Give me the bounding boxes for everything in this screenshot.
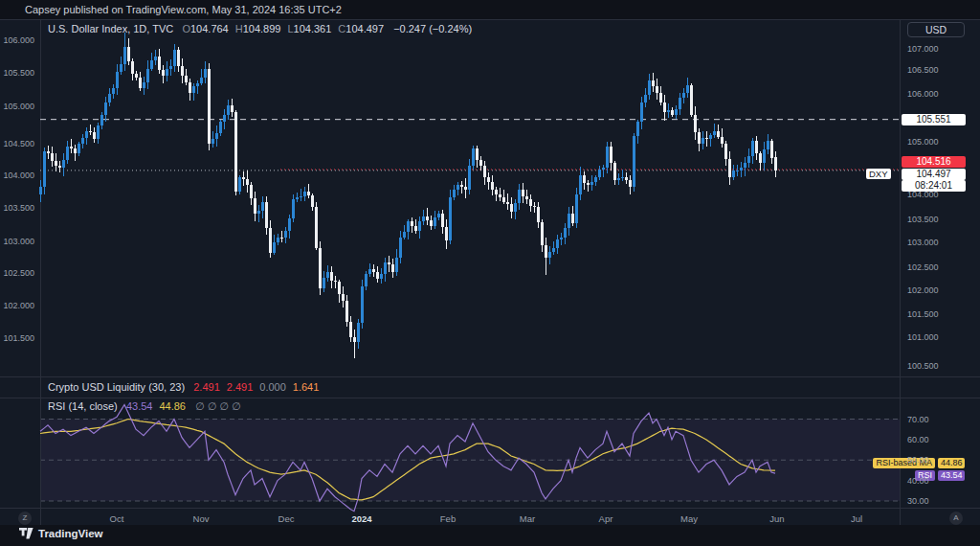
rsi-empty-inputs: ∅ ∅ ∅ ∅ xyxy=(195,400,241,412)
autoscale-button[interactable]: A xyxy=(949,512,963,525)
time-axis-label: Jun xyxy=(769,513,784,524)
rsi-axis-tick: 40.00 xyxy=(907,476,929,486)
rsi-legend: RSI (14, close) 43.5444.86 ∅ ∅ ∅ ∅ xyxy=(48,400,241,413)
right-axis-tick: 105.000 xyxy=(907,137,939,147)
right-axis-tick: 106.000 xyxy=(907,89,939,99)
right-axis-tick: 104.000 xyxy=(907,190,939,199)
rsi-legend-value: 44.86 xyxy=(159,400,186,412)
left-axis-tick: 101.500 xyxy=(0,333,34,343)
time-axis-label: Oct xyxy=(110,513,124,524)
right-axis-tick: 102.000 xyxy=(907,285,939,295)
ohlc-item: C104.497 xyxy=(338,23,384,34)
currency-toggle-button[interactable]: USD xyxy=(907,22,965,37)
left-axis-tick: 105.000 xyxy=(0,102,34,111)
right-axis-tick: 101.500 xyxy=(907,309,939,319)
rsi-axis-tick: 60.00 xyxy=(907,435,929,444)
dashed-level-price-label: 105.551 xyxy=(902,114,966,125)
right-axis-tick: 103.500 xyxy=(907,215,939,224)
symbol-price-tag: DXY xyxy=(866,169,891,179)
chart-canvas[interactable] xyxy=(0,0,980,546)
tradingview-published-chart: Capsey published on TradingView.com, May… xyxy=(0,0,980,546)
liquidity-values: 2.4912.4910.0001.641 xyxy=(193,381,325,393)
time-axis-label: Jul xyxy=(851,513,862,524)
rsi-title: RSI (14, close) xyxy=(48,400,118,412)
liquidity-value: 0.000 xyxy=(259,381,286,393)
liquidity-value: 2.491 xyxy=(227,381,254,393)
liquidity-legend: Crypto USD Liquidity (30, 23) 2.4912.491… xyxy=(48,381,325,393)
left-axis-tick: 105.500 xyxy=(0,68,34,78)
left-axis-tick: 103.000 xyxy=(0,237,34,246)
rsi-series-value-tag: 44.86 xyxy=(938,458,965,468)
left-axis-tick: 104.500 xyxy=(0,139,34,148)
liquidity-value: 1.641 xyxy=(293,381,320,393)
left-axis-tick: 102.500 xyxy=(0,268,34,278)
tradingview-logo-link[interactable]: TradingView xyxy=(19,528,103,539)
right-axis-tick: 102.500 xyxy=(907,262,939,272)
rsi-series-value-tag: 43.54 xyxy=(938,470,965,481)
time-axis-label: May xyxy=(680,513,698,524)
right-axis-tick: 101.000 xyxy=(907,332,939,342)
tradingview-wordmark: TradingView xyxy=(38,528,103,539)
left-axis-tick: 106.000 xyxy=(0,35,34,45)
left-axis-tick: 103.500 xyxy=(0,203,34,213)
rsi-legend-value: 43.54 xyxy=(126,400,153,412)
right-axis-tick: 106.500 xyxy=(907,65,939,75)
time-axis-label: Mar xyxy=(520,513,535,524)
rsi-axis-tick: 30.00 xyxy=(907,496,929,506)
change-value: −0.247 (−0.24%) xyxy=(393,23,472,34)
symbol-title: U.S. Dollar Index, 1D, TVC xyxy=(48,23,173,34)
ohlc-values: O104.764H104.899L104.361C104.497 xyxy=(182,23,390,34)
timezone-button[interactable]: Z xyxy=(18,512,32,525)
right-axis-tick: 107.000 xyxy=(907,44,939,54)
footer-strip xyxy=(0,525,980,546)
time-axis-label: Apr xyxy=(599,513,613,524)
rsi-axis-tick: 50.00 xyxy=(907,455,929,465)
ohlc-item: H104.899 xyxy=(235,23,281,34)
time-axis-label: 2024 xyxy=(351,513,371,524)
right-axis-tick: 100.500 xyxy=(907,361,939,371)
right-axis-tick: 103.000 xyxy=(907,238,939,247)
tradingview-logo-icon xyxy=(19,528,33,539)
left-axis-tick: 104.000 xyxy=(0,171,34,180)
left-axis-tick: 102.000 xyxy=(0,301,34,310)
time-axis-label: Nov xyxy=(193,513,210,524)
main-legend: U.S. Dollar Index, 1D, TVC O104.764H104.… xyxy=(48,23,472,34)
time-axis-label: Feb xyxy=(440,513,456,524)
time-axis-label: Dec xyxy=(278,513,295,524)
rsi-legend-values: 43.5444.86 xyxy=(126,400,192,412)
rsi-axis-tick: 70.00 xyxy=(907,415,929,424)
ohlc-item: O104.764 xyxy=(182,23,228,34)
liquidity-title: Crypto USD Liquidity (30, 23) xyxy=(48,381,185,393)
last-price-label: 104.497 xyxy=(902,169,966,180)
liquidity-value: 2.491 xyxy=(193,381,220,393)
alert-price-label: 104.516 xyxy=(902,156,966,168)
ohlc-item: L104.361 xyxy=(287,23,331,34)
